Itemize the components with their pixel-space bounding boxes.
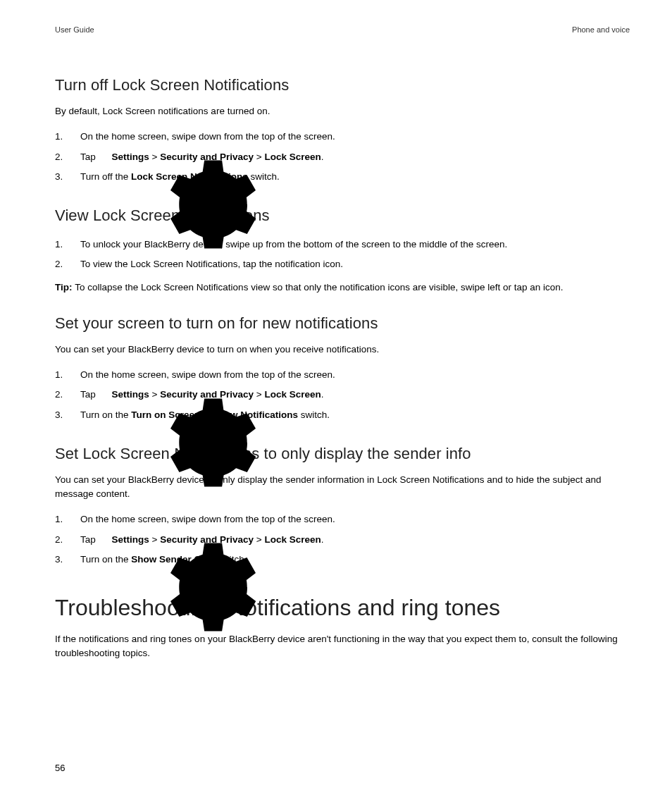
step-item: On the home screen, swipe down from the … [55,365,630,385]
tip-paragraph: Tip: To collapse the Lock Screen Notific… [55,281,630,295]
heading-turn-off-lock-screen: Turn off Lock Screen Notifications [55,76,630,94]
step-item: Turn on the Turn on Screen for New Notif… [55,405,630,425]
gear-icon [100,534,110,544]
step-item: To view the Lock Screen Notifications, t… [55,254,630,274]
step-item: To unlock your BlackBerry device, swipe … [55,235,630,254]
header-right: Phone and voice [572,25,630,34]
steps-list: To unlock your BlackBerry device, swipe … [55,235,630,275]
gear-icon [100,152,110,161]
gear-icon [100,390,110,400]
step-item: Tap Settings > Security and Privacy > Lo… [55,385,630,405]
step-item: On the home screen, swipe down from the … [55,127,630,147]
steps-list: On the home screen, swipe down from the … [55,510,630,569]
step-item: Tap Settings > Security and Privacy > Lo… [55,147,630,167]
intro-paragraph: By default, Lock Screen notifications ar… [55,104,630,118]
steps-list: On the home screen, swipe down from the … [55,127,630,187]
heading-set-screen-on: Set your screen to turn on for new notif… [55,314,630,333]
intro-paragraph: You can set your BlackBerry device to tu… [55,343,630,357]
step-item: Turn off the Lock Screen Notifications s… [55,167,630,187]
page-header: User Guide Phone and voice [55,25,630,34]
header-left: User Guide [55,25,94,34]
steps-list: On the home screen, swipe down from the … [55,365,630,425]
step-item: Tap Settings > Security and Privacy > Lo… [55,530,630,550]
page-number: 56 [55,763,65,773]
step-item: Turn on the Show Sender Only switch. [55,550,630,569]
step-item: On the home screen, swipe down from the … [55,510,630,529]
